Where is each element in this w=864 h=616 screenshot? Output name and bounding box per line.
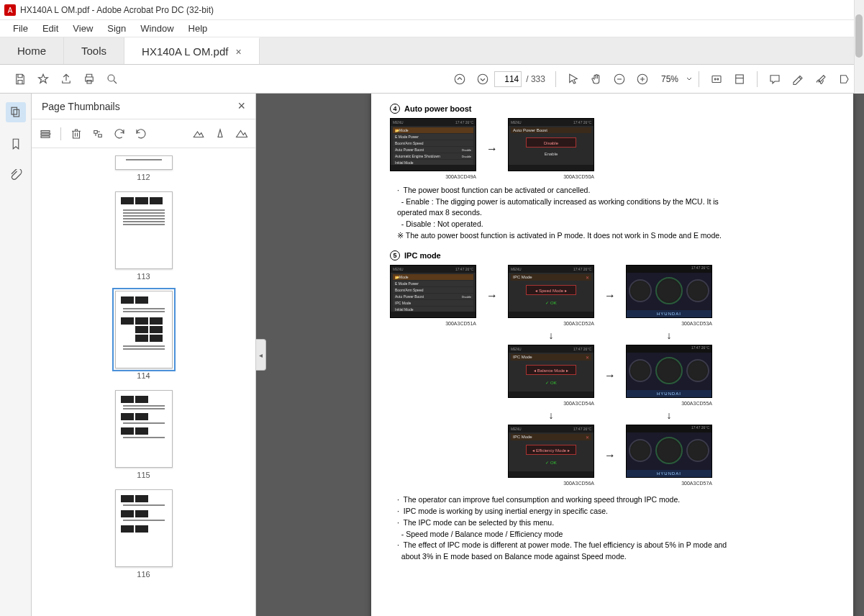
comment-button[interactable] xyxy=(763,68,786,91)
thumbnail-title: Page Thumbnails xyxy=(42,101,120,112)
svg-rect-11 xyxy=(41,133,50,135)
svg-rect-7 xyxy=(736,75,744,83)
window-title: HX140A L OM.pdf - Adobe Acrobat Pro DC (… xyxy=(20,5,214,15)
highlight-button[interactable] xyxy=(786,68,809,91)
left-rail xyxy=(0,94,32,616)
section-4-heading: 4 Auto power boost xyxy=(390,104,835,114)
svg-rect-9 xyxy=(14,109,19,117)
zoom-small-icon[interactable] xyxy=(192,127,205,140)
section-4-text: · The power boost function can be activa… xyxy=(397,185,835,240)
menu-view[interactable]: View xyxy=(65,22,100,35)
zoom-out-button[interactable] xyxy=(608,68,631,91)
svg-text:A: A xyxy=(8,6,13,14)
screen-ipc-menu: MENU17:47 26°C 📂 Mode E Mode Power Boom/… xyxy=(390,265,476,318)
screen-mode-menu: MENU17:47 26°C 📂 Mode E Mode Power Boom/… xyxy=(390,118,476,171)
search-button[interactable] xyxy=(101,68,124,91)
close-icon[interactable]: × xyxy=(235,46,241,58)
tab-document[interactable]: HX140A L OM.pdf × xyxy=(124,37,260,64)
screen-auto-power-boost: MENU17:47 26°C Auto Power Boost Disable … xyxy=(508,118,594,171)
screen-gauge-efficiency: 17:47 26°C HYUNDAI xyxy=(626,425,712,478)
screen-efficiency-mode: MENU17:47 26°C IPC Mode✕ ◂ Efficiency Mo… xyxy=(508,425,594,478)
arrow-right-icon: → xyxy=(604,449,616,462)
thumbnail-112[interactable]: 112 xyxy=(115,155,173,181)
app-icon: A xyxy=(4,4,16,16)
thumbnail-113[interactable]: 113 xyxy=(115,191,173,281)
zoom-level[interactable]: 75% xyxy=(654,74,686,84)
thumbnails-rail-button[interactable] xyxy=(6,102,26,122)
attachments-rail-button[interactable] xyxy=(6,166,26,186)
zoom-mid-icon[interactable] xyxy=(214,127,227,140)
toolbar: / 333 75% xyxy=(0,65,864,94)
title-bar: A HX140A L OM.pdf - Adobe Acrobat Pro DC… xyxy=(0,0,864,20)
svg-rect-8 xyxy=(12,107,17,114)
menu-sign[interactable]: Sign xyxy=(100,22,133,35)
chevron-down-icon[interactable] xyxy=(686,76,693,83)
page-number-input[interactable] xyxy=(494,71,522,87)
page-up-button[interactable] xyxy=(448,68,471,91)
print-button[interactable] xyxy=(78,68,101,91)
menu-file[interactable]: File xyxy=(6,22,35,35)
zoom-in-button[interactable] xyxy=(631,68,654,91)
selection-tool[interactable] xyxy=(562,68,585,91)
screen-gauge-speed: 17:47 26°C HYUNDAI xyxy=(626,265,712,318)
section-4-screens: MENU17:47 26°C 📂 Mode E Mode Power Boom/… xyxy=(390,118,835,179)
fit-page-button[interactable] xyxy=(728,68,751,91)
arrow-down-icon: ↓ xyxy=(626,330,712,340)
arrow-down-icon: ↓ xyxy=(508,410,594,420)
section-5-text: · The operator can improve fuel consumpt… xyxy=(397,494,835,561)
save-button[interactable] xyxy=(9,68,32,91)
svg-point-3 xyxy=(455,74,465,84)
pdf-page: 4 Auto power boost MENU17:47 26°C 📂 Mode… xyxy=(371,94,853,616)
star-button[interactable] xyxy=(32,68,55,91)
tab-home[interactable]: Home xyxy=(0,37,64,64)
page-viewport[interactable]: ◂ 4 Auto power boost MENU17:47 26°C 📂 Mo… xyxy=(256,94,864,616)
svg-point-2 xyxy=(108,75,114,81)
tab-tools[interactable]: Tools xyxy=(64,37,124,64)
arrow-right-icon: → xyxy=(604,289,616,302)
thumbnail-header: Page Thumbnails × xyxy=(32,94,255,119)
page-total: / 333 xyxy=(526,74,545,84)
svg-rect-10 xyxy=(41,130,50,132)
screen-gauge-balance: 17:47 26°C HYUNDAI xyxy=(626,345,712,398)
fit-width-button[interactable] xyxy=(705,68,728,91)
arrow-right-icon: → xyxy=(486,289,498,302)
thumbnail-panel: Page Thumbnails × 112 113 xyxy=(32,94,256,616)
thumbnail-toolbar xyxy=(32,119,255,148)
menu-bar: File Edit View Sign Window Help xyxy=(0,20,864,37)
thumbnail-list[interactable]: 112 113 114 115 116 xyxy=(32,148,255,616)
menu-help[interactable]: Help xyxy=(181,22,215,35)
stamp-button[interactable] xyxy=(832,68,855,91)
thumbnail-115[interactable]: 115 xyxy=(115,390,173,479)
arrow-right-icon: → xyxy=(486,142,498,155)
page-down-button[interactable] xyxy=(471,68,494,91)
sign-button[interactable] xyxy=(809,68,832,91)
zoom-large-icon[interactable] xyxy=(235,127,248,140)
close-icon[interactable]: × xyxy=(237,99,245,114)
share-button[interactable] xyxy=(55,68,78,91)
menu-window[interactable]: Window xyxy=(133,22,181,35)
svg-point-4 xyxy=(478,74,488,84)
screen-speed-mode: MENU17:47 26°C IPC Mode✕ ◂ Speed Mode ▸ … xyxy=(508,265,594,318)
arrow-right-icon: → xyxy=(604,369,616,382)
collapse-handle[interactable]: ◂ xyxy=(256,339,266,371)
options-icon[interactable] xyxy=(39,127,52,140)
bookmarks-rail-button[interactable] xyxy=(6,134,26,154)
tab-bar: Home Tools HX140A L OM.pdf × xyxy=(0,37,864,65)
menu-edit[interactable]: Edit xyxy=(35,22,65,35)
hand-tool[interactable] xyxy=(585,68,608,91)
thumbnail-116[interactable]: 116 xyxy=(115,489,173,579)
arrow-down-icon: ↓ xyxy=(626,410,712,420)
main-area: Page Thumbnails × 112 113 xyxy=(0,94,864,616)
thumbnail-114[interactable]: 114 xyxy=(115,291,173,380)
svg-rect-12 xyxy=(41,136,50,137)
delete-icon[interactable] xyxy=(70,127,83,140)
rotate-cw-icon[interactable] xyxy=(135,127,147,140)
rotate-extract-icon[interactable] xyxy=(91,127,104,140)
screen-balance-mode: MENU17:47 26°C IPC Mode✕ ◂ Balance Mode … xyxy=(508,345,594,398)
rotate-ccw-icon[interactable] xyxy=(113,127,126,140)
arrow-down-icon: ↓ xyxy=(508,330,594,340)
ipc-grid: MENU17:47 26°C 📂 Mode E Mode Power Boom/… xyxy=(390,265,835,489)
section-5-heading: 5 IPC mode xyxy=(390,250,835,261)
